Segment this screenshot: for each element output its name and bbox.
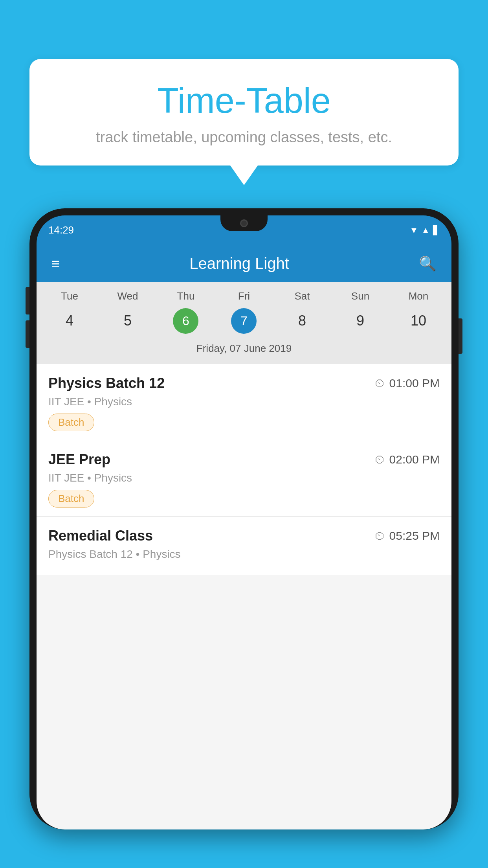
volume-buttons [26, 287, 29, 348]
day-numbers-row[interactable]: 4 5 6 7 8 9 [40, 307, 448, 335]
class-item-1-header: JEE Prep ⏲ 02:00 PM [48, 451, 440, 468]
class-1-time: ⏲ 02:00 PM [374, 453, 440, 466]
bubble-subtitle: track timetable, upcoming classes, tests… [53, 129, 435, 146]
class-item-2-header: Remedial Class ⏲ 05:25 PM [48, 528, 440, 544]
class-item-0-header: Physics Batch 12 ⏲ 01:00 PM [48, 375, 440, 392]
day-header-0: Tue [43, 290, 96, 302]
class-item-1[interactable]: JEE Prep ⏲ 02:00 PM IIT JEE • Physics Ba… [37, 440, 451, 517]
day-header-4: Sat [276, 290, 329, 302]
clock-icon-2: ⏲ [374, 530, 385, 542]
day-9-wrapper[interactable]: 9 [334, 307, 387, 335]
volume-down-btn [26, 320, 29, 348]
camera-dot [240, 219, 248, 227]
class-0-name: Physics Batch 12 [48, 375, 165, 392]
status-icons: ▼ ▲ ▋ [409, 225, 440, 235]
day-header-6: Mon [392, 290, 445, 302]
speech-bubble-section: Time-Table track timetable, upcoming cla… [29, 59, 459, 185]
class-item-0[interactable]: Physics Batch 12 ⏲ 01:00 PM IIT JEE • Ph… [37, 364, 451, 440]
volume-up-btn [26, 287, 29, 314]
bubble-arrow [230, 166, 258, 185]
selected-date-label: Friday, 07 June 2019 [40, 339, 448, 360]
class-2-meta: Physics Batch 12 • Physics [48, 548, 440, 561]
day-header-3: Fri [218, 290, 271, 302]
status-time: 14:29 [48, 224, 74, 236]
day-header-5: Sun [334, 290, 387, 302]
class-1-meta: IIT JEE • Physics [48, 472, 440, 484]
day-5-wrapper[interactable]: 5 [101, 307, 154, 335]
day-header-1: Wed [101, 290, 154, 302]
day-4[interactable]: 4 [66, 307, 73, 335]
wifi-icon: ▼ [409, 225, 418, 235]
app-title: Learning Light [72, 255, 407, 272]
day-7-wrapper[interactable]: 7 [218, 307, 271, 335]
class-1-name: JEE Prep [48, 451, 110, 468]
search-button[interactable]: 🔍 [415, 252, 440, 276]
calendar-strip: Tue Wed Thu Fri Sat Sun Mon 4 5 [37, 282, 451, 364]
bubble-title: Time-Table [53, 81, 435, 121]
phone-body: 14:29 ▼ ▲ ▋ ≡ Learning Light 🔍 Tue [29, 208, 459, 829]
status-bar: 14:29 ▼ ▲ ▋ [37, 215, 451, 245]
class-2-time: ⏲ 05:25 PM [374, 529, 440, 542]
speech-bubble-card: Time-Table track timetable, upcoming cla… [29, 59, 459, 166]
day-6-today[interactable]: 6 [173, 308, 198, 334]
clock-icon-1: ⏲ [374, 453, 385, 466]
hamburger-menu-icon[interactable]: ≡ [48, 252, 64, 276]
day-8-wrapper[interactable]: 8 [276, 307, 329, 335]
day-8[interactable]: 8 [299, 307, 306, 335]
phone-mockup: 14:29 ▼ ▲ ▋ ≡ Learning Light 🔍 Tue [29, 208, 459, 868]
phone-notch [220, 215, 268, 231]
phone-screen: ≡ Learning Light 🔍 Tue Wed Thu Fri Sat S… [37, 245, 451, 829]
day-9[interactable]: 9 [357, 307, 364, 335]
day-4-wrapper[interactable]: 4 [43, 307, 96, 335]
class-0-batch-tag: Batch [48, 414, 94, 431]
day-header-2: Thu [160, 290, 213, 302]
app-bar: ≡ Learning Light 🔍 [37, 245, 451, 282]
day-5[interactable]: 5 [124, 307, 131, 335]
battery-icon: ▋ [433, 225, 440, 235]
class-0-meta: IIT JEE • Physics [48, 395, 440, 408]
clock-icon-0: ⏲ [374, 377, 385, 390]
day-6-wrapper[interactable]: 6 [160, 307, 213, 335]
class-1-batch-tag: Batch [48, 490, 94, 508]
power-button [459, 318, 462, 354]
signal-icon: ▲ [421, 225, 430, 235]
class-list: Physics Batch 12 ⏲ 01:00 PM IIT JEE • Ph… [37, 364, 451, 575]
day-headers-row: Tue Wed Thu Fri Sat Sun Mon [40, 290, 448, 302]
class-0-time: ⏲ 01:00 PM [374, 377, 440, 390]
class-item-2[interactable]: Remedial Class ⏲ 05:25 PM Physics Batch … [37, 517, 451, 575]
day-7-selected[interactable]: 7 [231, 308, 257, 334]
day-10[interactable]: 10 [415, 307, 422, 335]
class-2-name: Remedial Class [48, 528, 153, 544]
day-10-wrapper[interactable]: 10 [392, 307, 445, 335]
